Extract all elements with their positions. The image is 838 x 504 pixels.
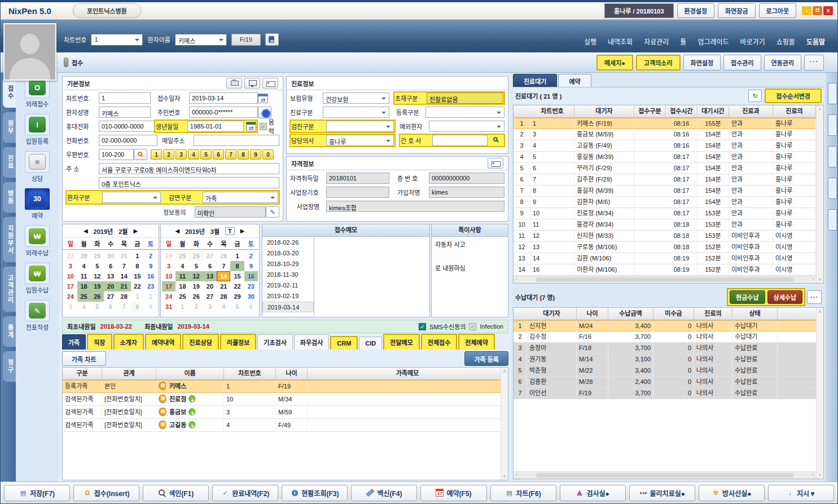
calendar-day[interactable]: 11 [176,271,189,281]
detail-tab[interactable]: 리콜정보 [220,334,256,350]
message-button[interactable]: 메세지● [596,55,633,70]
infection-checkbox[interactable]: ✓ [469,323,476,330]
calendar-day[interactable]: 3 [203,302,217,312]
calendar-day[interactable]: 8 [230,261,244,271]
sidebar-tab[interactable]: 병동 [2,182,16,213]
detail-tab[interactable]: 진료상담 [182,334,218,350]
calendar-day[interactable]: 20 [203,281,217,291]
calendar-day[interactable]: 28 [117,291,131,302]
calendar-day[interactable]: 5 [230,302,244,312]
calendar-day[interactable]: 23 [244,281,258,291]
calendar-day[interactable]: 3 [162,261,176,271]
toolbar-button[interactable]: 접수(Insert) [73,485,139,501]
special-notes-content[interactable]: 자동차 사고 로 내원하심 [432,237,508,277]
family-chart-button[interactable]: 가족 차트 [62,351,106,366]
sidebar-shortcut[interactable]: ✎ 전표작성 [25,300,50,331]
pay-row[interactable]: 3 송정아 F/18 3,700 0 나의사 수납완료 [514,343,816,354]
family-register-button[interactable]: 가족 등록 [464,351,508,366]
calendar-day[interactable]: 2 [244,251,258,261]
sidebar-shortcut[interactable]: I 입원등록 [25,114,50,145]
detail-tab[interactable]: 전체접수 [421,334,457,350]
menu-item[interactable]: 자료관리 [644,37,669,46]
card-reader-icon[interactable] [488,158,503,169]
detail-tab[interactable]: 가족 [62,334,86,350]
calendar-day[interactable]: 28 [217,291,230,302]
tab-waiting-list[interactable]: 진료대기 [513,74,557,88]
calendar-day[interactable]: 4 [77,302,91,312]
pay-hscrollbar[interactable]: ‹› [514,471,816,479]
link-manage-button[interactable]: 연동관리 [764,55,801,70]
family-row[interactable]: 검색된가족 [전화번호일치] 고길동+ 4 F/49 [63,419,508,432]
sidebar-tab[interactable]: 원무 [2,112,16,143]
calendar-day[interactable]: 6 [203,261,217,271]
birth-field[interactable]: 1985-01-01 [187,121,244,132]
pay-row[interactable]: 7 이인선 F/19 3,700 0 나의사 수납완료 [514,388,816,399]
calendar-day[interactable]: 2 [144,251,157,261]
screen-settings-button[interactable]: 화면설정 [683,55,721,70]
calendar-day[interactable]: 25 [77,291,91,302]
recv-date-calendar-icon[interactable] [258,94,268,103]
waiting-row[interactable]: 11 12 신지현 (M/33) 08:18 153분 이비인후과 이시영 [514,231,816,242]
family-row[interactable]: 검색된가족 [전화번호일치] 진료정+ 10 M/34 [63,393,508,406]
waiting-vscrollbar[interactable]: ∧∨ [816,105,823,283]
memo-date-item[interactable]: 2019-02-19 [262,291,314,302]
sidebar-tab[interactable]: 지원부서 [2,216,16,263]
calendar-day[interactable]: 30 [104,251,117,261]
discount-dropdown[interactable]: 가족 [203,192,278,203]
memo-date-item[interactable]: 2019-03-14 [262,302,314,312]
calendar-day[interactable]: 11 [77,271,91,281]
pay-row[interactable]: 4 권기동 M/14 3,100 0 나의사 수납완료 [514,354,816,365]
sidebar-tab[interactable]: 진료 [2,147,16,178]
calendar-day[interactable]: 27 [203,291,217,302]
calendar-day[interactable]: 2 [190,302,203,312]
birth-calendar-icon[interactable] [246,122,256,131]
toolbar-button[interactable]: 차트(F6) [490,485,556,501]
calendar-day[interactable]: 9 [244,261,258,271]
calendar-day[interactable]: 29 [230,291,244,302]
next-month-icon[interactable]: ▶ [133,228,138,234]
menu-item[interactable]: 툴 [680,37,686,46]
zip-search-icon[interactable] [134,149,147,160]
calendar-day[interactable]: 20 [104,281,117,291]
calendar-day[interactable]: 22 [230,281,244,291]
add-family-icon[interactable]: + [188,421,196,428]
calendar-day[interactable]: 3 [64,261,77,271]
calendar-day[interactable]: 25 [176,251,189,261]
sidebar-shortcut[interactable]: ₩ 외래수납 [25,226,50,257]
minimize-button[interactable]: - [802,6,811,15]
memo-date-item[interactable]: 2018-03-20 [262,248,314,259]
patient-name-combo[interactable]: 키메스 [175,34,227,46]
calendar-day[interactable]: 16 [244,271,258,281]
idcard-icon[interactable] [262,78,278,89]
digit-button[interactable]: 2 [163,149,174,160]
calendar-day[interactable]: 24 [162,251,176,261]
calendar-day[interactable]: 14 [117,271,131,281]
exam-type-dropdown[interactable] [326,121,394,132]
calendar-day[interactable]: 17 [64,281,77,291]
digit-button[interactable]: 7 [225,149,236,160]
nurse-field[interactable] [432,135,488,146]
sms-send-icon[interactable] [265,33,279,46]
digit-button[interactable]: 3 [176,149,187,160]
calendar-day[interactable]: 4 [176,261,189,271]
detail-tab[interactable]: 기초검사 [257,334,292,350]
digit-button[interactable]: 6 [213,149,224,160]
addr2-field[interactable]: 0층 포인트닉스 [99,177,279,188]
calendar-day[interactable]: 7 [117,302,131,312]
calendar-day[interactable]: 13 [104,271,117,281]
detail-tab[interactable]: 좌우검사 [294,334,329,350]
detail-tab[interactable]: 전달메모 [383,334,419,350]
memo-date-item[interactable]: 2019-02-11 [262,280,314,291]
memo-date-item[interactable]: 2018-02-26 [262,237,314,248]
calendar-day[interactable]: 30 [244,291,258,302]
prev-month-icon[interactable]: ◀ [84,228,88,234]
settings-button[interactable]: 환경설정 [677,3,714,18]
reorder-button[interactable]: 접수순서변경 [765,89,822,103]
family-row[interactable]: 검색된가족 [전화번호일치] 홍금보+ 3 M/59 [63,406,508,419]
calendar-day[interactable]: 6 [244,302,258,312]
menu-item[interactable]: 도움말 [806,37,825,46]
calendar-day[interactable]: 31 [117,251,131,261]
calendar-day[interactable]: 12 [90,271,104,281]
calendar-day[interactable]: 4 [217,302,230,312]
digit-button[interactable]: 1 [151,149,162,160]
